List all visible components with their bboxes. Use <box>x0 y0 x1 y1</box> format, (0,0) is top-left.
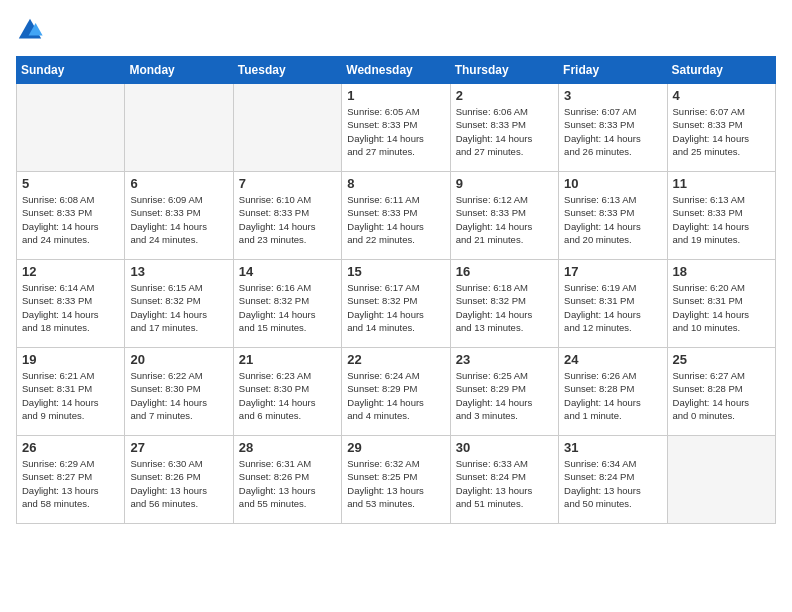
calendar-day-cell: 20Sunrise: 6:22 AM Sunset: 8:30 PM Dayli… <box>125 348 233 436</box>
day-info: Sunrise: 6:15 AM Sunset: 8:32 PM Dayligh… <box>130 281 227 334</box>
day-number: 22 <box>347 352 444 367</box>
calendar-week-row: 12Sunrise: 6:14 AM Sunset: 8:33 PM Dayli… <box>17 260 776 348</box>
logo <box>16 16 48 44</box>
calendar-day-cell: 19Sunrise: 6:21 AM Sunset: 8:31 PM Dayli… <box>17 348 125 436</box>
calendar-day-cell: 22Sunrise: 6:24 AM Sunset: 8:29 PM Dayli… <box>342 348 450 436</box>
calendar-day-cell: 27Sunrise: 6:30 AM Sunset: 8:26 PM Dayli… <box>125 436 233 524</box>
day-number: 26 <box>22 440 119 455</box>
weekday-header-row: SundayMondayTuesdayWednesdayThursdayFrid… <box>17 57 776 84</box>
day-number: 31 <box>564 440 661 455</box>
day-number: 15 <box>347 264 444 279</box>
day-number: 27 <box>130 440 227 455</box>
calendar-day-cell: 11Sunrise: 6:13 AM Sunset: 8:33 PM Dayli… <box>667 172 775 260</box>
calendar-week-row: 1Sunrise: 6:05 AM Sunset: 8:33 PM Daylig… <box>17 84 776 172</box>
day-number: 25 <box>673 352 770 367</box>
day-info: Sunrise: 6:09 AM Sunset: 8:33 PM Dayligh… <box>130 193 227 246</box>
calendar-day-cell: 10Sunrise: 6:13 AM Sunset: 8:33 PM Dayli… <box>559 172 667 260</box>
calendar-day-cell <box>17 84 125 172</box>
day-number: 17 <box>564 264 661 279</box>
day-info: Sunrise: 6:07 AM Sunset: 8:33 PM Dayligh… <box>564 105 661 158</box>
calendar-day-cell: 9Sunrise: 6:12 AM Sunset: 8:33 PM Daylig… <box>450 172 558 260</box>
day-info: Sunrise: 6:19 AM Sunset: 8:31 PM Dayligh… <box>564 281 661 334</box>
day-number: 3 <box>564 88 661 103</box>
day-number: 19 <box>22 352 119 367</box>
day-number: 18 <box>673 264 770 279</box>
calendar-day-cell: 12Sunrise: 6:14 AM Sunset: 8:33 PM Dayli… <box>17 260 125 348</box>
calendar-day-cell: 29Sunrise: 6:32 AM Sunset: 8:25 PM Dayli… <box>342 436 450 524</box>
day-info: Sunrise: 6:24 AM Sunset: 8:29 PM Dayligh… <box>347 369 444 422</box>
calendar-day-cell: 30Sunrise: 6:33 AM Sunset: 8:24 PM Dayli… <box>450 436 558 524</box>
day-info: Sunrise: 6:25 AM Sunset: 8:29 PM Dayligh… <box>456 369 553 422</box>
day-info: Sunrise: 6:23 AM Sunset: 8:30 PM Dayligh… <box>239 369 336 422</box>
calendar-week-row: 5Sunrise: 6:08 AM Sunset: 8:33 PM Daylig… <box>17 172 776 260</box>
calendar-day-cell: 24Sunrise: 6:26 AM Sunset: 8:28 PM Dayli… <box>559 348 667 436</box>
calendar-week-row: 19Sunrise: 6:21 AM Sunset: 8:31 PM Dayli… <box>17 348 776 436</box>
day-info: Sunrise: 6:31 AM Sunset: 8:26 PM Dayligh… <box>239 457 336 510</box>
day-number: 16 <box>456 264 553 279</box>
day-number: 20 <box>130 352 227 367</box>
calendar-day-cell: 7Sunrise: 6:10 AM Sunset: 8:33 PM Daylig… <box>233 172 341 260</box>
day-info: Sunrise: 6:26 AM Sunset: 8:28 PM Dayligh… <box>564 369 661 422</box>
day-info: Sunrise: 6:16 AM Sunset: 8:32 PM Dayligh… <box>239 281 336 334</box>
day-info: Sunrise: 6:27 AM Sunset: 8:28 PM Dayligh… <box>673 369 770 422</box>
calendar-day-cell: 15Sunrise: 6:17 AM Sunset: 8:32 PM Dayli… <box>342 260 450 348</box>
calendar-day-cell: 13Sunrise: 6:15 AM Sunset: 8:32 PM Dayli… <box>125 260 233 348</box>
calendar-day-cell <box>667 436 775 524</box>
day-info: Sunrise: 6:13 AM Sunset: 8:33 PM Dayligh… <box>564 193 661 246</box>
calendar-day-cell: 1Sunrise: 6:05 AM Sunset: 8:33 PM Daylig… <box>342 84 450 172</box>
day-info: Sunrise: 6:08 AM Sunset: 8:33 PM Dayligh… <box>22 193 119 246</box>
calendar-day-cell: 4Sunrise: 6:07 AM Sunset: 8:33 PM Daylig… <box>667 84 775 172</box>
weekday-header: Sunday <box>17 57 125 84</box>
day-number: 8 <box>347 176 444 191</box>
day-number: 28 <box>239 440 336 455</box>
calendar-day-cell: 28Sunrise: 6:31 AM Sunset: 8:26 PM Dayli… <box>233 436 341 524</box>
calendar-day-cell: 8Sunrise: 6:11 AM Sunset: 8:33 PM Daylig… <box>342 172 450 260</box>
page-header <box>16 16 776 44</box>
calendar-day-cell: 17Sunrise: 6:19 AM Sunset: 8:31 PM Dayli… <box>559 260 667 348</box>
calendar-day-cell <box>125 84 233 172</box>
day-number: 30 <box>456 440 553 455</box>
day-info: Sunrise: 6:33 AM Sunset: 8:24 PM Dayligh… <box>456 457 553 510</box>
calendar-week-row: 26Sunrise: 6:29 AM Sunset: 8:27 PM Dayli… <box>17 436 776 524</box>
calendar-day-cell: 25Sunrise: 6:27 AM Sunset: 8:28 PM Dayli… <box>667 348 775 436</box>
day-number: 29 <box>347 440 444 455</box>
day-number: 13 <box>130 264 227 279</box>
weekday-header: Thursday <box>450 57 558 84</box>
day-number: 4 <box>673 88 770 103</box>
calendar-day-cell: 3Sunrise: 6:07 AM Sunset: 8:33 PM Daylig… <box>559 84 667 172</box>
calendar-day-cell: 31Sunrise: 6:34 AM Sunset: 8:24 PM Dayli… <box>559 436 667 524</box>
weekday-header: Friday <box>559 57 667 84</box>
weekday-header: Tuesday <box>233 57 341 84</box>
calendar-day-cell: 6Sunrise: 6:09 AM Sunset: 8:33 PM Daylig… <box>125 172 233 260</box>
day-number: 10 <box>564 176 661 191</box>
calendar-body: 1Sunrise: 6:05 AM Sunset: 8:33 PM Daylig… <box>17 84 776 524</box>
calendar-day-cell: 21Sunrise: 6:23 AM Sunset: 8:30 PM Dayli… <box>233 348 341 436</box>
day-info: Sunrise: 6:21 AM Sunset: 8:31 PM Dayligh… <box>22 369 119 422</box>
calendar-day-cell: 5Sunrise: 6:08 AM Sunset: 8:33 PM Daylig… <box>17 172 125 260</box>
day-info: Sunrise: 6:13 AM Sunset: 8:33 PM Dayligh… <box>673 193 770 246</box>
day-info: Sunrise: 6:05 AM Sunset: 8:33 PM Dayligh… <box>347 105 444 158</box>
day-info: Sunrise: 6:20 AM Sunset: 8:31 PM Dayligh… <box>673 281 770 334</box>
calendar-day-cell: 23Sunrise: 6:25 AM Sunset: 8:29 PM Dayli… <box>450 348 558 436</box>
day-number: 23 <box>456 352 553 367</box>
day-number: 24 <box>564 352 661 367</box>
calendar-day-cell: 14Sunrise: 6:16 AM Sunset: 8:32 PM Dayli… <box>233 260 341 348</box>
day-info: Sunrise: 6:30 AM Sunset: 8:26 PM Dayligh… <box>130 457 227 510</box>
day-number: 1 <box>347 88 444 103</box>
day-number: 2 <box>456 88 553 103</box>
day-info: Sunrise: 6:14 AM Sunset: 8:33 PM Dayligh… <box>22 281 119 334</box>
day-info: Sunrise: 6:29 AM Sunset: 8:27 PM Dayligh… <box>22 457 119 510</box>
day-info: Sunrise: 6:22 AM Sunset: 8:30 PM Dayligh… <box>130 369 227 422</box>
day-number: 5 <box>22 176 119 191</box>
day-info: Sunrise: 6:18 AM Sunset: 8:32 PM Dayligh… <box>456 281 553 334</box>
day-number: 14 <box>239 264 336 279</box>
logo-icon <box>16 16 44 44</box>
weekday-header: Wednesday <box>342 57 450 84</box>
day-number: 9 <box>456 176 553 191</box>
day-number: 12 <box>22 264 119 279</box>
day-info: Sunrise: 6:12 AM Sunset: 8:33 PM Dayligh… <box>456 193 553 246</box>
weekday-header: Monday <box>125 57 233 84</box>
day-info: Sunrise: 6:32 AM Sunset: 8:25 PM Dayligh… <box>347 457 444 510</box>
day-info: Sunrise: 6:10 AM Sunset: 8:33 PM Dayligh… <box>239 193 336 246</box>
calendar-day-cell: 18Sunrise: 6:20 AM Sunset: 8:31 PM Dayli… <box>667 260 775 348</box>
